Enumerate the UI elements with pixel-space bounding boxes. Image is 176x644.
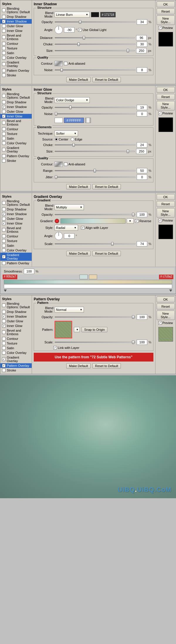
opacity-input-3[interactable]: [137, 212, 147, 217]
snap-to-origin-btn[interactable]: Snap to Origin: [82, 327, 107, 332]
range-slider-2[interactable]: [55, 170, 136, 171]
opacity-input-2[interactable]: [137, 105, 147, 110]
sidebar-item-drop-shadow-1[interactable]: Drop Shadow: [0, 14, 32, 19]
sidebar-item-blending-2[interactable]: Blending Options: Default: [0, 92, 32, 100]
sidebar-item-contour-2[interactable]: Contour: [0, 127, 32, 131]
reverse-check-3[interactable]: Reverse: [135, 219, 151, 223]
sidebar-item-outer-glow-2[interactable]: Outer Glow: [0, 109, 32, 114]
angle-input-3[interactable]: [64, 233, 75, 239]
source-center-2[interactable]: Center: [55, 138, 68, 141]
checkbox-blending-3[interactable]: [2, 201, 6, 205]
sidebar-item-texture-3[interactable]: Texture: [0, 239, 32, 243]
checkbox-inner-glow-3[interactable]: [2, 222, 6, 225]
align-check-3[interactable]: Align with Layer: [81, 226, 108, 229]
scale-slider-4[interactable]: [55, 342, 136, 343]
scale-input-3[interactable]: [137, 241, 147, 246]
marker-left[interactable]: [4, 290, 7, 292]
noise-thumb-2[interactable]: [55, 112, 57, 116]
checkbox-color-overlay-4[interactable]: [2, 351, 6, 354]
reset-btn-3[interactable]: Reset: [157, 201, 175, 207]
sidebar-item-blending-4[interactable]: Blending Options: Default: [0, 301, 32, 309]
size-slider-2[interactable]: [55, 151, 135, 152]
sidebar-item-inner-glow-3[interactable]: Inner Glow: [0, 221, 32, 226]
blend-mode-dropdown-4[interactable]: Normal ▼: [55, 307, 84, 313]
align-checkbox-3[interactable]: [81, 226, 84, 229]
preview-checkbox-2[interactable]: [158, 112, 162, 115]
sidebar-item-inner-glow-2[interactable]: Inner Glow: [0, 114, 32, 119]
checkbox-blending-2[interactable]: [2, 94, 6, 97]
angle-control-1[interactable]: [55, 26, 63, 34]
sidebar-item-bevel-1[interactable]: Bevel and Emboss: [0, 33, 32, 41]
checkbox-texture-2[interactable]: [2, 132, 6, 136]
new-style-btn-3[interactable]: New Style...: [157, 208, 175, 217]
choke-thumb-2[interactable]: [72, 143, 75, 147]
sidebar-item-inner-glow-1[interactable]: Inner Glow: [0, 28, 32, 33]
opacity-thumb-1[interactable]: [79, 20, 81, 24]
make-default-btn-2[interactable]: Make Default: [66, 184, 91, 189]
contour-preview-1[interactable]: [55, 61, 63, 66]
range-input-2[interactable]: [137, 168, 147, 173]
checkbox-gradient-overlay-3[interactable]: [2, 255, 6, 258]
source-edge-radio-2[interactable]: [71, 138, 74, 141]
checkbox-drop-shadow-3[interactable]: [2, 208, 6, 211]
checkbox-color-overlay-3[interactable]: [2, 249, 6, 252]
checkbox-pattern-overlay-1[interactable]: [2, 69, 6, 72]
opacity-slider-3[interactable]: [55, 214, 136, 215]
sidebar-item-bevel-2[interactable]: Bevel and Emboss: [0, 119, 32, 127]
checkbox-pattern-overlay-3[interactable]: [2, 261, 6, 265]
checkbox-stroke-2[interactable]: [2, 159, 6, 162]
checkbox-satin-3[interactable]: [2, 244, 6, 247]
blend-mode-dropdown-2[interactable]: Color Dodge ▼: [55, 97, 90, 103]
technique-dropdown-2[interactable]: Softer ▼: [55, 131, 78, 136]
sidebar-item-stroke-2[interactable]: Stroke: [0, 158, 32, 163]
checkbox-contour-1[interactable]: [2, 42, 6, 45]
sidebar-item-contour-4[interactable]: Contour: [0, 336, 32, 341]
sidebar-item-contour-1[interactable]: Contour: [0, 41, 32, 46]
checkbox-bevel-1[interactable]: [2, 35, 6, 39]
checkbox-color-overlay-1[interactable]: [2, 56, 6, 59]
size-thumb-2[interactable]: [127, 150, 129, 153]
sidebar-item-blending-3[interactable]: Blending Options: Default: [0, 199, 32, 207]
blend-mode-dropdown-1[interactable]: Linear Burn ▼: [55, 12, 90, 18]
sidebar-item-satin-2[interactable]: Satin: [0, 136, 32, 141]
sidebar-item-drop-shadow-4[interactable]: Drop Shadow: [0, 309, 32, 314]
scale-input-4[interactable]: [137, 340, 147, 345]
noise-input-1[interactable]: [137, 67, 147, 73]
checkbox-inner-glow-4[interactable]: [2, 324, 6, 328]
reset-to-default-btn-2[interactable]: Reset to Default: [92, 184, 121, 189]
sidebar-item-outer-glow-3[interactable]: Outer Glow: [0, 216, 32, 221]
noise-thumb-1[interactable]: [60, 68, 63, 72]
angle-input-1[interactable]: [64, 27, 75, 32]
scale-thumb-4[interactable]: [132, 340, 134, 344]
pattern-preview-4[interactable]: [55, 321, 72, 338]
noise-input-2[interactable]: [137, 111, 147, 117]
new-style-btn-2[interactable]: New Style...: [157, 101, 175, 110]
global-light-check-1[interactable]: Use Global Light: [78, 28, 106, 32]
checkbox-blending-1[interactable]: [2, 8, 6, 12]
checkbox-pattern-overlay-2[interactable]: [2, 154, 6, 158]
checkbox-stroke-1[interactable]: [2, 73, 6, 77]
sidebar-item-texture-1[interactable]: Texture: [0, 46, 32, 51]
checkbox-satin-2[interactable]: [2, 137, 6, 140]
gradient-dropdown-3[interactable]: ▼: [127, 218, 134, 224]
opacity-input-4[interactable]: [137, 314, 147, 320]
opacity-thumb-2[interactable]: [69, 106, 72, 109]
sidebar-item-bevel-4[interactable]: Bevel and Emboss: [0, 328, 32, 336]
checkbox-outer-glow-1[interactable]: [2, 24, 6, 28]
sidebar-item-pattern-overlay-2[interactable]: Pattern Overlay: [0, 154, 32, 158]
sidebar-item-bevel-3[interactable]: Bevel and Emboss: [0, 226, 32, 234]
ok-btn-3[interactable]: OK: [157, 194, 175, 200]
make-default-btn-1[interactable]: Make Default: [66, 77, 91, 82]
color-label-hex-2[interactable]: # FFFFFF: [64, 118, 84, 123]
choke-slider-2[interactable]: [55, 144, 136, 145]
ok-btn-1[interactable]: OK: [157, 1, 175, 7]
gradient-alpha-bar[interactable]: [4, 284, 172, 288]
size-slider-1[interactable]: [55, 50, 135, 51]
checkbox-inner-shadow-2[interactable]: [2, 105, 6, 109]
noise-slider-2[interactable]: [55, 113, 136, 114]
scale-slider-3[interactable]: [55, 243, 136, 244]
blend-mode-dropdown-3[interactable]: Multiply ▼: [55, 204, 84, 210]
sidebar-item-inner-shadow-4[interactable]: Inner Shadow: [0, 314, 32, 319]
reset-btn-4[interactable]: Reset: [157, 304, 175, 309]
global-light-checkbox-1[interactable]: [78, 28, 82, 32]
